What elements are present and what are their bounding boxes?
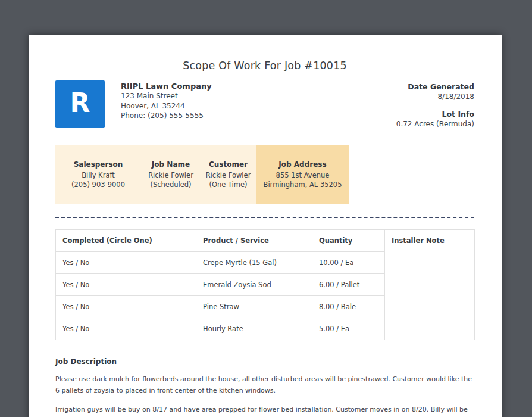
summary-col-customer: Customer Rickie Fowler (One Time) <box>201 145 256 204</box>
quantity-cell: 10.00 / Ea <box>312 252 385 274</box>
summary-value: (One Time) <box>201 180 256 189</box>
phone-label: Phone: <box>121 111 145 120</box>
product-cell: Crepe Myrtle (15 Gal) <box>196 252 312 274</box>
completed-cell: Yes / No <box>56 252 196 274</box>
quantity-cell: 5.00 / Ea <box>312 318 385 340</box>
table-row: Yes / No Emerald Zoysia Sod 6.00 / Palle… <box>56 274 475 296</box>
job-summary-band: Salesperson Billy Kraft (205) 903-9000 J… <box>55 145 349 204</box>
job-description-heading: Job Description <box>55 357 474 366</box>
quantity-cell: 8.00 / Bale <box>312 296 385 318</box>
company-logo: R <box>55 80 105 128</box>
summary-label: Customer <box>201 160 256 169</box>
quantity-cell: 6.00 / Pallet <box>312 274 385 296</box>
col-header-product: Product / Service <box>196 230 312 252</box>
col-header-installer-note: Installer Note <box>385 230 475 252</box>
company-name: RIIPL Lawn Company <box>121 81 212 91</box>
company-address-line2: Hoover, AL 35244 <box>121 101 212 111</box>
col-header-quantity: Quantity <box>312 230 385 252</box>
summary-label: Job Address <box>256 160 349 169</box>
phone-number: (205) 555-5555 <box>148 111 204 120</box>
installer-note-cell <box>385 318 475 340</box>
summary-col-job-name: Job Name Rickie Fowler (Scheduled) <box>141 145 201 204</box>
lot-info-label: Lot Info <box>396 110 474 119</box>
summary-value: (205) 903-9000 <box>55 180 141 189</box>
table-row: Yes / No Crepe Myrtle (15 Gal) 10.00 / E… <box>56 252 475 274</box>
installer-note-cell <box>385 274 475 296</box>
meta-block: Date Generated 8/18/2018 Lot Info 0.72 A… <box>396 80 474 129</box>
company-text: RIIPL Lawn Company 123 Main Street Hoove… <box>121 80 212 129</box>
table-header-row: Completed (Circle One) Product / Service… <box>56 230 475 252</box>
job-description-paragraph-1: Please use dark mulch for flowerbeds aro… <box>55 374 474 396</box>
document-page: Scope Of Work For Job #10015 R RIIPL Law… <box>29 35 502 417</box>
completed-cell: Yes / No <box>56 296 196 318</box>
summary-label: Salesperson <box>55 160 141 169</box>
logo-r-icon: R <box>70 90 90 119</box>
summary-value: (Scheduled) <box>141 180 201 189</box>
company-block: R RIIPL Lawn Company 123 Main Street Hoo… <box>55 80 212 129</box>
completed-cell: Yes / No <box>56 274 196 296</box>
summary-col-job-address: Job Address 855 1st Avenue Birmingham, A… <box>256 145 349 204</box>
installer-note-cell <box>385 252 475 274</box>
table-row: Yes / No Hourly Rate 5.00 / Ea <box>56 318 475 340</box>
completed-cell: Yes / No <box>56 318 196 340</box>
summary-value: Billy Kraft <box>55 170 141 180</box>
table-row: Yes / No Pine Straw 8.00 / Bale <box>56 296 475 318</box>
summary-value: Birmingham, AL 35205 <box>256 180 349 189</box>
company-phone: Phone: (205) 555-5555 <box>121 111 212 121</box>
page-title: Scope Of Work For Job #10015 <box>55 35 474 71</box>
summary-label: Job Name <box>141 160 201 169</box>
summary-col-salesperson: Salesperson Billy Kraft (205) 903-9000 <box>55 145 141 204</box>
company-address-line1: 123 Main Street <box>121 91 212 101</box>
viewer-backdrop: { "document": { "title": "Scope Of Work … <box>0 0 532 417</box>
installer-note-cell <box>385 296 475 318</box>
product-cell: Hourly Rate <box>196 318 312 340</box>
col-header-completed: Completed (Circle One) <box>56 230 196 252</box>
date-generated-value: 8/18/2018 <box>396 92 474 102</box>
product-cell: Emerald Zoysia Sod <box>196 274 312 296</box>
job-description-paragraph-2: Irrigation guys will be buy on 8/17 and … <box>55 404 474 417</box>
dashed-divider <box>55 217 474 218</box>
work-table: Completed (Circle One) Product / Service… <box>55 229 475 340</box>
summary-value: Rickie Fowler <box>201 170 256 180</box>
product-cell: Pine Straw <box>196 296 312 318</box>
summary-value: 855 1st Avenue <box>256 170 349 180</box>
summary-value: Rickie Fowler <box>141 170 201 180</box>
lot-info-value: 0.72 Acres (Bermuda) <box>396 119 474 129</box>
header-info-row: R RIIPL Lawn Company 123 Main Street Hoo… <box>55 80 474 129</box>
date-generated-label: Date Generated <box>396 82 474 92</box>
